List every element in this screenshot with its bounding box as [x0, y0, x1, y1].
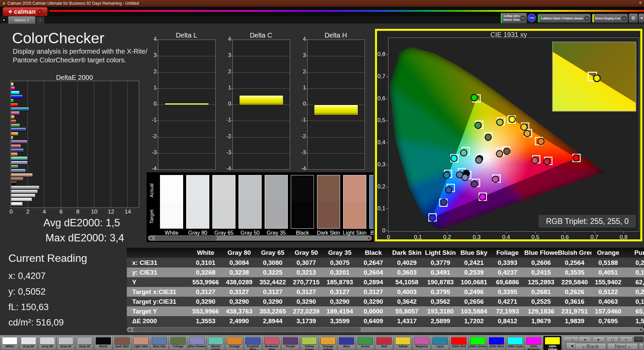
scroll-right-icon[interactable]: ▶ [367, 235, 372, 241]
palette-button-orange-yellow[interactable]: Orange Yellow [319, 336, 337, 350]
y-tick-0: 0 [222, 101, 231, 107]
palette-button-light-skin[interactable]: Light Skin [132, 336, 150, 350]
table-row: Target y:CIE310,32900,32900,32900,32900,… [127, 297, 644, 306]
palette-button-black[interactable]: Black [94, 336, 112, 350]
gridline-2 [233, 72, 290, 73]
palette-button-gray-50[interactable]: Gray 50 [57, 336, 75, 350]
palette-label: Cyan [431, 345, 449, 348]
palette-button-dark-skin[interactable]: Dark Skin [113, 336, 131, 350]
palette-chip [245, 337, 261, 345]
palette-button-100-red[interactable]: 100% Red [450, 336, 468, 350]
palette-button-green[interactable]: Green [356, 336, 374, 350]
cie-y-tickmark-0,2 [386, 187, 388, 187]
palette-button-magenta[interactable]: Magenta [413, 336, 431, 350]
table-cell: 0,2894 [357, 277, 390, 287]
scroll-left-icon[interactable]: ◀ [148, 235, 153, 241]
add-tab-button[interactable]: + [36, 17, 44, 23]
loop-button[interactable]: ∞ [620, 336, 633, 342]
next-page-button[interactable]: » [639, 343, 644, 350]
de-bar-gray-35 [11, 185, 40, 189]
table-cell: 1,3553 [189, 316, 222, 326]
step-button[interactable]: [·] [606, 336, 619, 342]
chart-plot [232, 40, 290, 170]
pattern-generator-button[interactable]: CalMAN Client 3 Pattern Generator ▾ [538, 14, 591, 23]
swatch-label: Blue Sky [368, 230, 373, 236]
y-tickmark-0 [156, 104, 158, 105]
swatch-gray-65 [212, 175, 235, 229]
calman-menu-button[interactable]: ❖ calman ▾ [3, 7, 48, 16]
meter-button[interactable]: X-Rite i1Pro 3Direct View ▾ [500, 13, 527, 23]
swatch-scrollbar[interactable]: ◀ ▶ [148, 235, 372, 241]
palette-button-blue-flower[interactable]: Blue Flower [188, 336, 206, 350]
chart-plot [158, 40, 216, 170]
delta-bar [165, 103, 209, 105]
swatch-white [160, 175, 183, 229]
palette-button-purplish-blue[interactable]: Purplish Blue [244, 336, 262, 350]
palette-button-100-magenta[interactable]: 100% Magenta [525, 336, 543, 350]
back-button[interactable]: « Back [575, 343, 606, 350]
de2000-chart-plot [10, 81, 139, 208]
cie-y-tickmark-0,7 [386, 76, 388, 77]
y-tickmark--1 [231, 120, 233, 121]
palette-button-100-green[interactable]: 100% Green [469, 336, 487, 350]
de-x-tick-12: 12 [108, 209, 114, 215]
next-button[interactable]: Next » [607, 343, 638, 350]
table-cell: 190,8783 [424, 277, 457, 287]
table-cell: 125,2893 [524, 277, 558, 287]
palette-button-gray-65[interactable]: Gray 65 [38, 336, 56, 350]
palette-chip [58, 337, 73, 345]
palette-button-red[interactable]: Red [375, 336, 393, 350]
palette-button-yellow[interactable]: Yellow [394, 336, 412, 350]
column-header-gray-50: Gray 50 [289, 248, 323, 258]
palette-button-cyan[interactable]: Cyan [431, 336, 449, 350]
palette-button-yellow-green[interactable]: Yellow Green [300, 336, 318, 350]
refresh-button[interactable]: ⟳ [634, 336, 644, 342]
palette-button-white[interactable]: White [1, 336, 19, 350]
reading-y: y: 0,5052 [8, 287, 46, 297]
palette-button-blue[interactable]: Blue [337, 336, 356, 350]
palette-button-gray-80[interactable]: Gray 80 [19, 336, 38, 350]
stop-button[interactable]: ■ [579, 336, 591, 342]
table-cell: 0,2415 [524, 268, 558, 277]
tab-expand-button[interactable]: ▶ [1, 17, 7, 23]
palette-button-blue-sky[interactable]: Blue Sky [150, 336, 168, 350]
palette-button-foliage[interactable]: Foliage [169, 336, 187, 350]
gear-icon[interactable]: ⚙ [629, 13, 638, 23]
de-bar-gray-65 [11, 193, 36, 197]
palette-button-bluish-green[interactable]: Bluish Green [207, 336, 225, 350]
palette-button-100-yellow[interactable]: 100% Yellow [543, 336, 561, 350]
y-tickmark--4 [156, 169, 158, 169]
palette-button-100-cyan[interactable]: 100% Cyan [506, 336, 524, 350]
gridline-1 [233, 89, 290, 89]
swatch-label: White [159, 230, 184, 236]
palette-label: Orange [226, 345, 243, 348]
palette-button-purple[interactable]: Purple [281, 336, 300, 350]
palette-button-orange[interactable]: Orange [225, 336, 244, 350]
palette-button-100-blue[interactable]: 100% Blue [487, 336, 505, 350]
table-cell: 0,3290 [289, 297, 323, 306]
palette-button-moderate-red[interactable]: Moderate Red [263, 336, 281, 350]
cie-y-tick-0,1: 0,1 [376, 205, 385, 212]
swatch-scroll-thumb[interactable] [155, 236, 217, 240]
swatch-label: Dark Skin [316, 230, 341, 236]
page-description-line1: Display analysis is performed with the X… [13, 48, 147, 55]
table-cell: 103,5884 [457, 306, 491, 316]
table-scrollbar[interactable]: ◀ ▶ [127, 327, 644, 332]
table-cell: 352,4422 [256, 277, 289, 287]
scroll-right-icon[interactable]: ▶ [639, 327, 644, 332]
palette-label: 100% Red [450, 345, 468, 348]
collapse-icon[interactable]: ◀ [638, 13, 644, 23]
scroll-left-icon[interactable]: ◀ [127, 327, 132, 332]
close-icon[interactable]: ✕ [639, 1, 642, 5]
display-control-button[interactable]: Direct Display Control ▾ [592, 14, 628, 23]
play-button[interactable]: ▶ [592, 336, 605, 342]
meter-badge[interactable]: 710 [528, 14, 536, 22]
de-bar-100-green [11, 99, 14, 103]
palette-button-gray-35[interactable]: Gray 35 [75, 336, 94, 350]
table-scroll-thumb[interactable] [133, 327, 361, 332]
y-tickmark--4 [231, 169, 233, 169]
tab-history-1[interactable]: History 1 [8, 16, 36, 24]
y-tickmark--4 [306, 169, 308, 169]
table-cell: 129,1836 [524, 306, 558, 316]
palette-chip [189, 337, 205, 345]
